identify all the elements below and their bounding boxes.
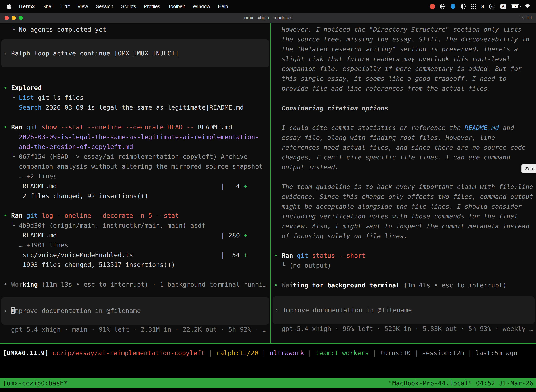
menu-items: iTerm2ShellEditViewSessionScriptsProfile… <box>15 4 232 9</box>
traffic-lights <box>0 16 23 20</box>
blank-line <box>4 201 270 211</box>
shield-icon[interactable] <box>461 4 466 9</box>
spacer <box>4 34 270 39</box>
text-segment: Search <box>19 104 42 111</box>
text-segment: provide file and line references from th… <box>274 85 491 92</box>
menu-item-edit[interactable]: Edit <box>57 4 73 9</box>
thinking-line: references need actual files, and since … <box>274 143 536 152</box>
text-segment: 280 <box>225 232 244 239</box>
screen-recording-indicator[interactable] <box>430 4 435 9</box>
prompt-input-text: › Improve documentation in @filename <box>4 306 141 316</box>
text-segment: status --short <box>312 252 365 259</box>
text-segment: (11m 13s • esc to interrupt) · 1 backgro… <box>38 281 266 288</box>
text-segment: mprove documentation in @filename <box>15 307 141 314</box>
text-segment <box>308 252 312 259</box>
gauge-icon[interactable]: .61 <box>489 3 495 9</box>
text-segment: show --stat --oneline --decorate HEAD -- <box>42 123 198 131</box>
text-segment: git <box>26 123 38 131</box>
text-segment: Ralph loop active continue [OMX_TMUX_INJ… <box>11 50 179 57</box>
blank-line <box>274 113 536 123</box>
right-terminal-pane[interactable]: However, I noticed the "Directory Struct… <box>271 23 536 343</box>
menu-item-view[interactable]: View <box>73 4 92 9</box>
text-segment: the "Related research writing" section i… <box>274 45 518 53</box>
thinking-line: evidence. Since this change only affects… <box>274 192 536 202</box>
blank-line <box>274 271 536 280</box>
thinking-line: this single essay, it seems like a good … <box>274 74 536 84</box>
thinking-line: of focusing solely on file lines. <box>274 231 536 241</box>
text-segment: log --oneline --decorate -n 5 --stat <box>42 212 179 219</box>
text-segment: + <box>244 251 248 258</box>
text-segment: src/voice/voiceModeEnabled.ts <box>4 251 133 258</box>
zoom-window-button[interactable] <box>19 16 23 20</box>
text-segment: turns:10 <box>380 349 411 356</box>
text-segment: | <box>304 349 315 356</box>
text-segment: including verification notes with those … <box>274 213 518 220</box>
text-segment: 54 <box>225 251 244 258</box>
menubar-status-icons: 8 .61 A ϟ <box>430 3 532 9</box>
text-segment: git ls-files <box>34 94 84 101</box>
text-segment: + <box>244 182 247 190</box>
screen-sharing-overlay[interactable]: Scre <box>522 164 536 173</box>
text-segment <box>293 252 297 259</box>
left-terminal-pane[interactable]: └ No agents completed yet› Ralph loop ac… <box>0 23 270 343</box>
text-segment: Wai <box>282 281 293 289</box>
minimize-window-button[interactable] <box>12 16 16 20</box>
menu-item-help[interactable]: Help <box>214 4 232 9</box>
text-segment: this single essay, it seems like a good … <box>274 75 507 82</box>
explored-search-line: Search 2026-03-09-is-legal-the-same-as-l… <box>4 103 270 112</box>
globe-icon[interactable] <box>440 4 445 9</box>
battery-icon[interactable]: ϟ <box>511 4 519 9</box>
text-segment: 2026-03-09-is-legal-the-same-as-legitima… <box>4 133 259 140</box>
screen: iTerm2ShellEditViewSessionScriptsProfile… <box>0 0 536 392</box>
prompt-input[interactable]: › Improve documentation in @filename <box>1 297 269 325</box>
working-status-line: • Working (11m 13s • esc to interrupt) ·… <box>4 280 270 289</box>
spacer <box>274 290 536 296</box>
text-segment: Ran <box>282 252 293 259</box>
menu-item-iterm2[interactable]: iTerm2 <box>15 4 39 9</box>
menu-item-window[interactable]: Window <box>189 4 214 9</box>
text-segment: gpt-5.4 xhigh · 96% left · 520K in · 5.8… <box>274 325 533 332</box>
log-diffstat-voice: src/voice/voiceModeEnabled.ts | 54 + <box>4 250 270 260</box>
numeral-8-icon[interactable]: 8 <box>482 4 484 9</box>
text-segment: • <box>4 212 11 219</box>
text-segment: Considering citation options <box>274 104 388 112</box>
text-segment: | <box>57 232 225 239</box>
menu-item-toolbelt[interactable]: Toolbelt <box>164 4 189 9</box>
text-segment: … +1901 lines <box>4 241 68 249</box>
essay-filename-line-2: and-the-erosion-of-copyleft.md <box>4 142 270 152</box>
thinking-line: provide file and line references from th… <box>274 84 536 93</box>
close-window-button[interactable] <box>5 16 9 20</box>
window-title-bar[interactable]: omx --xhigh --madmax ⌥⌘1 <box>0 13 536 23</box>
prompt-input-right-text: › Improve documentation in @filename <box>275 305 412 315</box>
prompt-input-right[interactable]: › Improve documentation in @filename <box>273 296 535 324</box>
wifi-icon[interactable] <box>525 4 530 9</box>
text-segment: king <box>23 281 38 288</box>
apple-menu-icon[interactable] <box>4 3 15 9</box>
text-segment: review. Also, I might want to inspect th… <box>274 222 529 230</box>
menu-item-profiles[interactable]: Profiles <box>140 4 164 9</box>
inject-banner: › Ralph loop active continue [OMX_TMUX_I… <box>1 39 269 67</box>
blue-app-icon[interactable] <box>450 4 455 9</box>
text-segment: | <box>369 349 380 356</box>
menu-item-session[interactable]: Session <box>92 4 117 9</box>
blank-line <box>4 73 270 83</box>
menu-item-scripts[interactable]: Scripts <box>117 4 140 9</box>
text-segment: The team guideline is to back every impo… <box>274 183 533 190</box>
tmux-status-bar: [omx-cczip0:bash* "MacBook-Pro-44.local"… <box>0 378 536 388</box>
thinking-heading: Considering citation options <box>274 103 536 113</box>
text-segment <box>23 212 26 219</box>
text-segment: 2 files changed, 92 insertions(+) <box>4 192 148 200</box>
apps-grid-icon[interactable] <box>471 4 476 9</box>
text-segment: › <box>4 50 11 57</box>
explored-list-line: └ List git ls-files <box>4 93 270 103</box>
window-shortcut-badge: ⌥⌘1 <box>520 15 532 20</box>
text-segment: Explored <box>11 84 42 91</box>
text-segment: git <box>26 212 38 219</box>
macos-menu-bar: iTerm2ShellEditViewSessionScriptsProfile… <box>0 0 536 13</box>
input-source-icon[interactable]: A <box>500 4 506 9</box>
log-diffstat-summary: 1903 files changed, 513517 insertions(+) <box>4 260 270 270</box>
menu-item-shell[interactable]: Shell <box>39 4 57 9</box>
thinking-line: The team guideline is to back every impo… <box>274 182 536 192</box>
diffstat-summary: 2 files changed, 92 insertions(+) <box>4 191 270 201</box>
window-title: omx --xhigh --madmax <box>0 15 536 20</box>
